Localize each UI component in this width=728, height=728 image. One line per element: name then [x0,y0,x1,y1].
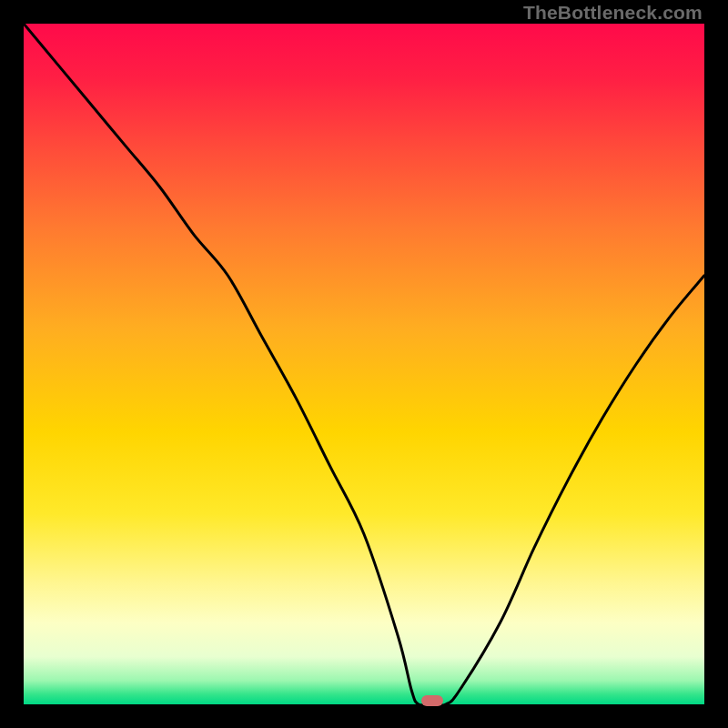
optimal-marker [421,695,443,706]
watermark-text: TheBottleneck.com [523,2,703,24]
plot-area [24,24,704,704]
chart-frame: TheBottleneck.com [0,0,728,728]
bottleneck-curve [24,24,704,704]
